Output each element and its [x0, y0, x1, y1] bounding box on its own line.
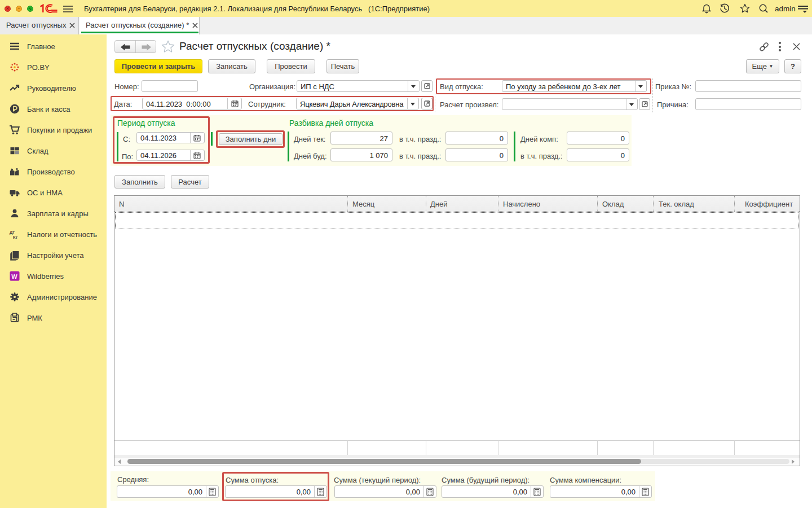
svg-text:Дт: Дт — [10, 230, 15, 235]
svg-text:W: W — [11, 273, 17, 280]
svg-text:Кт: Кт — [13, 235, 18, 240]
